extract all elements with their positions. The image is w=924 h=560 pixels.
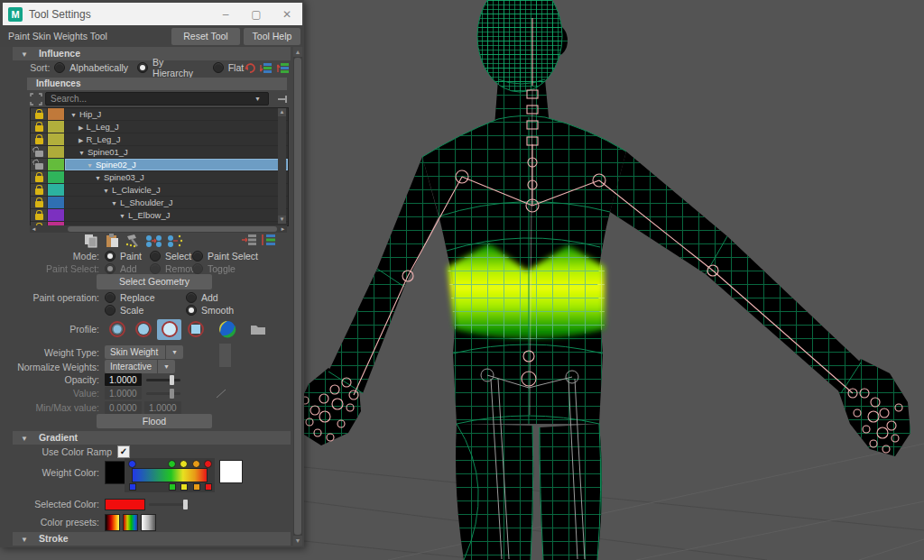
ramp-stop-handle[interactable] xyxy=(168,460,176,468)
opacity-slider[interactable] xyxy=(146,374,180,386)
maximize-button[interactable]: ▢ xyxy=(241,8,272,21)
ramp-stop-delete[interactable] xyxy=(129,483,136,491)
unlock-icon[interactable] xyxy=(35,163,43,170)
scroll-up-icon[interactable]: ▲ xyxy=(293,47,302,57)
expand-icon[interactable]: ▶ xyxy=(79,124,83,131)
sort-flat-option[interactable]: Flat xyxy=(213,62,245,73)
tool-help-button[interactable]: Tool Help xyxy=(244,28,300,45)
dropdown-arrow-icon[interactable]: ▼ xyxy=(158,360,175,373)
show-influence-icon[interactable] xyxy=(166,234,183,248)
influence-row[interactable]: ▼L_Elbow_J xyxy=(31,209,288,221)
opacity-input[interactable]: 1.0000 xyxy=(105,373,142,386)
list-scroll-up-icon[interactable]: ▲ xyxy=(278,108,286,116)
ramp-stop-handle[interactable] xyxy=(192,460,200,468)
dropdown-arrow-icon[interactable]: ▼ xyxy=(166,345,183,359)
radio-icon[interactable] xyxy=(105,305,116,316)
preset-rgb-rainbow[interactable] xyxy=(123,514,138,531)
radio-icon[interactable] xyxy=(186,305,197,316)
lock-icon[interactable] xyxy=(35,176,43,182)
scroll-down-icon[interactable]: ▼ xyxy=(293,536,302,546)
close-button[interactable]: ✕ xyxy=(272,8,302,21)
expand-icon[interactable]: ▼ xyxy=(87,162,93,169)
normalize-weights-dropdown[interactable]: Interactive xyxy=(105,360,157,373)
move-influence-icon[interactable] xyxy=(145,234,162,248)
unlock-icon[interactable] xyxy=(35,151,43,157)
hard-brush-icon[interactable] xyxy=(157,319,181,340)
ramp-stop-delete[interactable] xyxy=(169,483,176,491)
expand-icon[interactable]: ▼ xyxy=(119,213,125,219)
ramp-stop-handle[interactable] xyxy=(128,460,136,468)
lock-icon[interactable] xyxy=(35,201,43,207)
use-color-ramp-checkbox[interactable]: ✓ xyxy=(117,445,130,458)
list-hscrollbar[interactable]: ◄ ► xyxy=(30,225,287,233)
lock-icon[interactable] xyxy=(35,125,43,132)
mode-paint-option[interactable]: Paint xyxy=(105,251,150,262)
radio-icon[interactable] xyxy=(150,251,161,262)
ramp-gradient-bar[interactable] xyxy=(132,468,208,482)
preset-grayscale[interactable] xyxy=(141,514,156,531)
expand-icon[interactable]: ▼ xyxy=(103,188,109,194)
expand-icon[interactable]: ▼ xyxy=(95,175,101,181)
copy-weights-icon[interactable] xyxy=(83,234,98,248)
radio-icon[interactable] xyxy=(186,292,197,303)
influence-row[interactable]: ▼Hip_J xyxy=(31,108,288,120)
radio-icon[interactable] xyxy=(213,62,224,73)
panel-scrollbar[interactable]: ▲ ▼ xyxy=(293,47,302,546)
weight-color-right-swatch[interactable] xyxy=(219,460,243,483)
lock-icon[interactable] xyxy=(35,138,43,144)
collapse-arrow-icon[interactable]: ▼ xyxy=(13,432,36,445)
influences-list[interactable]: ▼Hip_J ▶L_Leg_J ▶R_Leg_J ▼Spine01_J ▼Spi… xyxy=(30,107,289,226)
sort-list-down-icon[interactable] xyxy=(260,62,273,74)
minimize-button[interactable]: – xyxy=(210,8,241,21)
influence-row[interactable]: ▼L_Shoulder_J xyxy=(31,197,288,208)
paint-op-replace-option[interactable]: Replace xyxy=(105,292,186,303)
selected-color-swatch[interactable] xyxy=(105,499,145,510)
hammer-weights-icon[interactable] xyxy=(125,234,141,248)
weight-color-ramp[interactable] xyxy=(125,458,215,492)
sort-alphabetically-option[interactable]: Alphabetically xyxy=(54,62,128,73)
slider-handle[interactable] xyxy=(170,375,174,385)
search-dropdown-icon[interactable]: ▼ xyxy=(254,96,261,102)
hscroll-right-icon[interactable]: ► xyxy=(279,225,287,233)
lock-icon[interactable] xyxy=(35,188,43,195)
ramp-insert-icon[interactable] xyxy=(242,234,257,246)
hscroll-thumb[interactable] xyxy=(68,226,277,232)
paint-op-scale-option[interactable]: Scale xyxy=(105,305,186,316)
influence-row[interactable]: ▼Spine03_J xyxy=(31,171,288,183)
list-scroll-down-icon[interactable]: ▼ xyxy=(278,216,286,224)
expand-icon[interactable]: ▼ xyxy=(111,200,117,207)
title-bar[interactable]: M Tool Settings – ▢ ✕ xyxy=(3,3,302,25)
sort-list-up-icon[interactable] xyxy=(277,62,291,74)
select-geometry-button[interactable]: Select Geometry xyxy=(97,274,212,289)
ramp-stop-delete[interactable] xyxy=(180,483,188,491)
expand-icon[interactable]: ▶ xyxy=(79,137,83,143)
influence-row[interactable]: ▶R_Leg_J xyxy=(31,133,288,145)
slider-handle[interactable] xyxy=(183,500,188,510)
mode-select-option[interactable]: Select xyxy=(150,251,192,262)
ramp-stop-delete[interactable] xyxy=(193,483,200,491)
expand-icon[interactable]: ▼ xyxy=(70,112,77,118)
collapse-arrow-icon[interactable]: ▼ xyxy=(13,48,36,61)
hscroll-left-icon[interactable]: ◄ xyxy=(30,225,38,233)
lock-icon[interactable] xyxy=(35,113,43,119)
gradient-section-header[interactable]: ▼ Gradient xyxy=(13,431,291,445)
preset-black-red-yellow[interactable] xyxy=(105,514,120,531)
expand-icon[interactable]: ▼ xyxy=(79,150,85,156)
flood-button[interactable]: Flood xyxy=(97,414,212,428)
browse-folder-icon[interactable] xyxy=(250,323,266,335)
collapse-arrow-icon[interactable]: ▼ xyxy=(13,533,36,546)
soft-brush-icon[interactable] xyxy=(105,319,129,340)
paint-op-smooth-option[interactable]: Smooth xyxy=(186,305,234,316)
radio-icon[interactable] xyxy=(54,62,65,73)
invert-order-icon[interactable] xyxy=(244,62,256,74)
influence-row[interactable]: ▼Spine01_J xyxy=(31,146,288,158)
paste-weights-icon[interactable] xyxy=(105,234,119,248)
paint-op-add-option[interactable]: Add xyxy=(186,292,218,303)
stroke-section-header[interactable]: ▼ Stroke xyxy=(13,532,291,546)
reset-tool-button[interactable]: Reset Tool xyxy=(171,28,240,45)
influence-row-selected[interactable]: ▼Spine02_J xyxy=(31,159,288,170)
ramp-stop-handle[interactable] xyxy=(180,460,188,468)
radio-icon[interactable] xyxy=(105,251,116,262)
search-input[interactable] xyxy=(45,92,269,106)
list-scrollbar[interactable]: ▲ ▼ xyxy=(278,108,286,224)
